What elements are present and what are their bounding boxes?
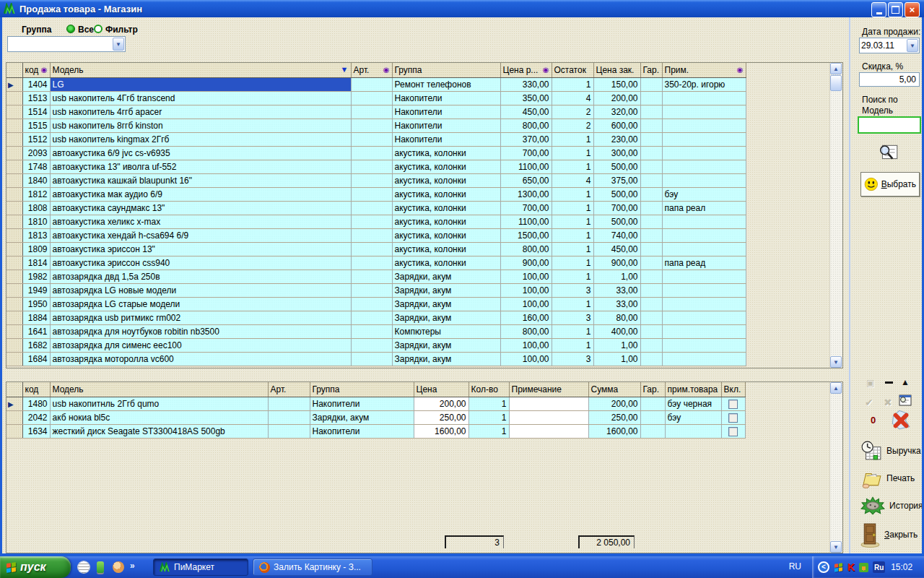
cell-note[interactable] — [509, 397, 588, 410]
cell-model[interactable]: автоакустика саундмакс 13" — [50, 201, 351, 215]
cell-purchase[interactable]: 500,00 — [593, 160, 640, 173]
cell-item_note[interactable]: бэу — [665, 410, 721, 424]
cell-purchase[interactable]: 450,00 — [593, 242, 640, 256]
cell-price[interactable]: 160,00 — [500, 311, 552, 324]
cell-price[interactable]: 1500,00 — [500, 228, 552, 242]
cell-stock[interactable]: 3 — [552, 283, 593, 297]
cell-art[interactable] — [351, 201, 392, 215]
cancel-edit-icon[interactable]: ✖ — [884, 397, 892, 407]
cell-qty[interactable]: 1 — [468, 410, 509, 424]
cell-gar[interactable] — [640, 297, 662, 311]
cell-group[interactable]: акустика, колонки — [392, 215, 500, 228]
table-row[interactable]: 1982автозарядка двд 1,5а 250вЗарядки, ак… — [6, 269, 746, 283]
column-header[interactable]: Арт. — [268, 382, 310, 397]
cell-price[interactable]: 1100,00 — [500, 160, 552, 173]
cell-qty[interactable]: 1 — [468, 424, 509, 438]
cell-model[interactable]: usb накопитель 4ггб apacer — [50, 105, 351, 118]
tray-lang-badge[interactable]: Ru — [873, 561, 885, 573]
column-header[interactable]: Цена — [414, 382, 468, 397]
cell-group[interactable]: акустика, колонки — [392, 173, 500, 187]
table-row[interactable]: 1810автоакустика хеликс x-maxакустика, к… — [6, 215, 746, 228]
cell-note[interactable] — [662, 352, 746, 366]
cell-art[interactable] — [351, 215, 392, 228]
cell-gar[interactable] — [640, 187, 662, 201]
insert-record-icon[interactable]: ▣ — [866, 379, 874, 387]
column-header[interactable]: Примечание — [509, 382, 588, 397]
cell-gar[interactable] — [640, 283, 662, 297]
table-row[interactable]: 1748автоакустика 13" иволга uf-552акусти… — [6, 160, 746, 173]
cell-group[interactable]: Зарядки, акум — [392, 352, 500, 366]
cell-code[interactable]: 1634 — [22, 424, 50, 438]
cell-price[interactable]: 100,00 — [500, 283, 552, 297]
cell-price[interactable]: 900,00 — [500, 256, 552, 269]
cell-sum[interactable]: 1600,00 — [588, 424, 640, 438]
date-combobox-input[interactable] — [861, 39, 905, 52]
cell-art[interactable] — [351, 118, 392, 132]
cell-model[interactable]: автоакустика 13" иволга uf-552 — [50, 160, 351, 173]
cell-art[interactable] — [351, 242, 392, 256]
hide-icons-chevron[interactable]: < — [818, 561, 829, 573]
table-row[interactable]: ▶1404LGРемонт телефонов330,001150,00350-… — [6, 77, 746, 91]
cell-model[interactable]: usb накопитель kingmax 2Ггб — [50, 132, 351, 146]
cell-price[interactable]: 330,00 — [500, 77, 552, 91]
cell-stock[interactable]: 1 — [552, 242, 593, 256]
column-header[interactable]: Прим.◉ — [662, 63, 746, 77]
cell-gar[interactable] — [640, 338, 662, 352]
cell-gar[interactable] — [640, 160, 662, 173]
cell-price[interactable]: 800,00 — [500, 324, 552, 338]
cell-group[interactable]: акустика, колонки — [392, 228, 500, 242]
cell-model[interactable]: автозарядка для сименс еес100 — [50, 338, 351, 352]
cell-price[interactable]: 1600,00 — [414, 424, 468, 438]
cell-note[interactable] — [662, 118, 746, 132]
cell-code[interactable]: 1808 — [22, 201, 50, 215]
cell-purchase[interactable]: 1,00 — [593, 269, 640, 283]
table-row[interactable]: 1884автозарядка usb ритмикс rm002Зарядки… — [6, 311, 746, 324]
cell-gar[interactable] — [640, 410, 665, 424]
table-row[interactable]: 2042акб нокиа bl5cЗарядки, акум250,00125… — [6, 410, 745, 424]
cell-purchase[interactable]: 33,00 — [593, 283, 640, 297]
column-header[interactable]: Группа — [310, 382, 414, 397]
cell-purchase[interactable]: 80,00 — [593, 311, 640, 324]
cell-group[interactable]: акустика, колонки — [392, 242, 500, 256]
cell-art[interactable] — [268, 410, 310, 424]
column-header[interactable]: Цена зак. — [593, 63, 640, 77]
filter-icon[interactable]: ◉ — [41, 66, 48, 74]
post-edit-icon[interactable]: ✔ — [865, 397, 873, 407]
cell-note[interactable] — [662, 173, 746, 187]
cell-code[interactable]: 1480 — [22, 397, 50, 410]
quick-launch-phone-icon[interactable] — [97, 561, 104, 573]
cell-gar[interactable] — [640, 242, 662, 256]
cell-group[interactable]: Накопители — [392, 91, 500, 105]
cell-model[interactable]: usb накопитель 4Ггб transcend — [50, 91, 351, 105]
search-input[interactable] — [858, 116, 921, 134]
cell-stock[interactable]: 1 — [552, 132, 593, 146]
cell-code[interactable]: 1513 — [22, 91, 50, 105]
cell-stock[interactable]: 1 — [552, 146, 593, 160]
cell-incl[interactable] — [721, 424, 745, 438]
cell-purchase[interactable]: 375,00 — [593, 173, 640, 187]
cell-art[interactable] — [351, 283, 392, 297]
table-row[interactable]: 1813автоакустика хендай h-csa694 6/9акус… — [6, 228, 746, 242]
table-row[interactable]: 2093автоакустика 6/9 jvc cs-v6935акустик… — [6, 146, 746, 160]
cell-group[interactable]: Накопители — [392, 105, 500, 118]
cell-gar[interactable] — [640, 228, 662, 242]
cell-gar[interactable] — [640, 397, 665, 410]
filter-icon[interactable]: ◉ — [543, 66, 549, 74]
column-header[interactable]: Цена р...◉ — [500, 63, 552, 77]
cell-note[interactable] — [662, 132, 746, 146]
column-header[interactable]: Сумма — [588, 382, 640, 397]
tray-windows-icon[interactable] — [834, 563, 842, 572]
cell-art[interactable] — [351, 228, 392, 242]
cell-stock[interactable]: 4 — [552, 91, 593, 105]
cell-purchase[interactable]: 150,00 — [593, 77, 640, 91]
cell-group[interactable]: Накопители — [392, 132, 500, 146]
maximize-button[interactable] — [888, 2, 903, 17]
cell-gar[interactable] — [640, 105, 662, 118]
cell-group[interactable]: Зарядки, акум — [392, 311, 500, 324]
scroll-top-icon[interactable]: ▲ — [901, 378, 910, 387]
cell-group[interactable]: Зарядки, акум — [310, 410, 414, 424]
table-row[interactable]: 1949автозарядка LG новые моделиЗарядки, … — [6, 283, 746, 297]
cell-art[interactable] — [351, 105, 392, 118]
cell-model[interactable]: автозарядка LG старые модели — [50, 297, 351, 311]
cell-note[interactable] — [662, 283, 746, 297]
